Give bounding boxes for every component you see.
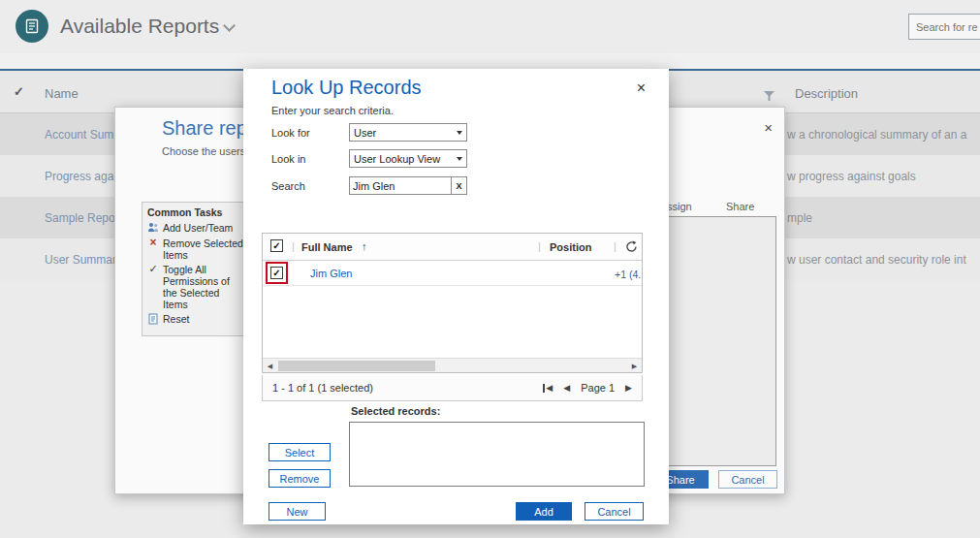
task-item-toggle-all[interactable]: ✓ Toggle All Permissions of the Selected… bbox=[147, 264, 245, 310]
scroll-thumb[interactable] bbox=[278, 361, 435, 371]
top-bar: Available Reports bbox=[0, 0, 980, 53]
result-row[interactable]: ✓ Jim Glen +1 (4. bbox=[263, 261, 642, 286]
chevron-down-icon bbox=[453, 124, 466, 141]
add-button[interactable]: Add bbox=[516, 502, 572, 521]
results-grid: ✓ | Full Name ↑ | Position | ✓ Jim Glen … bbox=[262, 233, 643, 373]
remove-button[interactable]: Remove bbox=[269, 469, 331, 488]
pagination-bar: 1 - 1 of 1 (1 selected) ◀ ◀ Page 1 ▶ bbox=[262, 375, 643, 401]
task-label: Remove Selected Items bbox=[163, 237, 245, 261]
share-column-header: Share bbox=[726, 201, 754, 212]
column-separator: | bbox=[538, 240, 541, 252]
horizontal-scrollbar[interactable]: ◀ ▶ bbox=[263, 358, 642, 372]
full-name-column-header[interactable]: Full Name bbox=[301, 241, 353, 253]
description-column-header[interactable]: Description bbox=[795, 86, 858, 101]
lookup-subtitle: Enter your search criteria. bbox=[271, 105, 394, 116]
report-name-link[interactable]: Progress again bbox=[45, 170, 123, 183]
report-description: mple bbox=[787, 211, 812, 225]
name-column-header[interactable]: Name bbox=[45, 86, 79, 101]
report-name-link[interactable]: User Summary bbox=[45, 253, 122, 267]
checkmark-icon: ✓ bbox=[147, 264, 159, 310]
position-column-header[interactable]: Position bbox=[550, 241, 591, 253]
task-item-add-user-team[interactable]: Add User/Team bbox=[147, 222, 245, 235]
close-icon[interactable]: × bbox=[637, 79, 646, 97]
record-count: 1 - 1 of 1 (1 selected) bbox=[272, 382, 373, 394]
task-item-remove-selected[interactable]: × Remove Selected Items bbox=[147, 237, 245, 261]
first-page-icon[interactable]: ◀ bbox=[543, 384, 553, 393]
search-label: Search bbox=[271, 180, 305, 192]
chevron-down-icon bbox=[453, 150, 466, 167]
look-for-label: Look for bbox=[271, 127, 310, 139]
report-name-link[interactable]: Sample Report bbox=[45, 211, 122, 225]
full-name-link[interactable]: Jim Glen bbox=[310, 268, 352, 279]
lookup-title: Look Up Records bbox=[271, 77, 422, 99]
report-icon bbox=[24, 18, 40, 34]
lookup-search-field: X bbox=[349, 176, 467, 195]
chevron-down-icon[interactable] bbox=[223, 19, 236, 32]
filter-icon[interactable] bbox=[764, 87, 775, 105]
page-title: Available Reports bbox=[60, 15, 219, 38]
add-user-icon bbox=[147, 222, 159, 235]
select-all-checkbox[interactable]: ✓ bbox=[270, 239, 283, 252]
next-page-icon[interactable]: ▶ bbox=[625, 384, 632, 393]
clear-search-button[interactable]: X bbox=[451, 177, 466, 194]
close-icon[interactable]: × bbox=[764, 119, 773, 136]
cancel-button[interactable]: Cancel bbox=[585, 502, 644, 521]
common-tasks-title: Common Tasks bbox=[147, 206, 245, 218]
sort-asc-icon[interactable]: ↑ bbox=[362, 240, 367, 252]
task-item-reset[interactable]: Reset bbox=[147, 313, 245, 327]
assign-column-header: ssign bbox=[667, 201, 692, 212]
refresh-icon[interactable] bbox=[625, 240, 638, 255]
task-label: Reset bbox=[163, 313, 189, 327]
reports-app-icon bbox=[16, 10, 48, 43]
task-label: Add User/Team bbox=[163, 222, 233, 235]
remove-x-icon: × bbox=[147, 237, 159, 261]
look-in-value: User Lookup View bbox=[350, 153, 453, 165]
look-in-select[interactable]: User Lookup View bbox=[349, 149, 467, 168]
scroll-left-icon[interactable]: ◀ bbox=[263, 359, 277, 373]
report-description: w user contact and security role int bbox=[787, 253, 966, 267]
report-description: w a chronological summary of an a bbox=[787, 128, 966, 142]
lookup-records-modal: Look Up Records Enter your search criter… bbox=[243, 69, 669, 524]
prev-page-icon[interactable]: ◀ bbox=[563, 384, 570, 393]
search-input[interactable] bbox=[908, 14, 980, 40]
look-for-value: User bbox=[350, 127, 453, 139]
report-name-link[interactable]: Account Summ bbox=[45, 128, 123, 142]
column-separator: | bbox=[614, 240, 616, 252]
column-separator: | bbox=[292, 240, 295, 252]
row-checkbox[interactable]: ✓ bbox=[270, 267, 283, 279]
scroll-right-icon[interactable]: ▶ bbox=[627, 359, 642, 373]
reset-doc-icon bbox=[147, 313, 159, 327]
page-label: Page 1 bbox=[581, 382, 615, 394]
look-in-label: Look in bbox=[271, 153, 305, 165]
task-label: Toggle All Permissions of the Selected I… bbox=[163, 264, 245, 310]
common-tasks-panel: Common Tasks Add User/Team × Remove Sele… bbox=[142, 202, 251, 336]
select-all-check-icon[interactable]: ✓ bbox=[14, 84, 24, 99]
new-button[interactable]: New bbox=[269, 502, 326, 521]
results-grid-header: ✓ | Full Name ↑ | Position | bbox=[263, 234, 642, 261]
phone-cell: +1 (4. bbox=[615, 269, 641, 280]
share-cancel-button[interactable]: Cancel bbox=[718, 470, 777, 489]
lookup-search-input[interactable] bbox=[350, 180, 451, 192]
select-button[interactable]: Select bbox=[269, 443, 331, 461]
selected-records-box[interactable] bbox=[349, 422, 645, 487]
report-description: w progress against goals bbox=[787, 170, 916, 183]
ribbon-strip bbox=[0, 53, 980, 69]
selected-records-label: Selected records: bbox=[351, 405, 440, 417]
look-for-select[interactable]: User bbox=[349, 123, 467, 142]
